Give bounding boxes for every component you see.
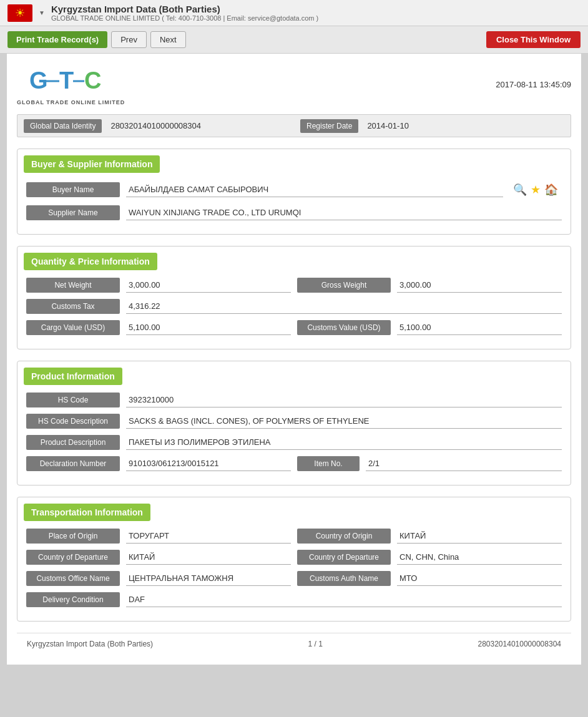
customs-value-value: 5,100.00	[397, 320, 562, 335]
place-of-origin-label: Place of Origin	[26, 529, 120, 544]
hs-code-desc-label: HS Code Description	[26, 414, 120, 429]
quantity-price-title: Quantity & Price Information	[24, 253, 157, 270]
product-section: Product Information HS Code 3923210000 H…	[17, 361, 571, 485]
global-data-identity-value: 28032014010000008304	[102, 119, 288, 133]
footer-right: 28032014010000008304	[478, 640, 561, 648]
product-body: HS Code 3923210000 HS Code Description S…	[17, 388, 571, 485]
prev-button[interactable]: Prev	[111, 31, 147, 48]
product-desc-label: Product Description	[26, 435, 120, 450]
customs-row: Customs Office Name ЦЕНТРАЛЬНАЯ ТАМОЖНЯ …	[26, 571, 562, 586]
timestamp: 2017-08-11 13:45:09	[496, 80, 571, 89]
net-weight-half: Net Weight 3,000.00	[26, 278, 291, 293]
declaration-half: Declaration Number 910103/061213/0015121	[26, 456, 291, 471]
register-date-value: 2014-01-10	[358, 119, 564, 133]
transportation-title: Transportation Information	[24, 504, 150, 521]
declaration-number-value: 910103/061213/0015121	[126, 456, 291, 471]
delivery-condition-label: Delivery Condition	[26, 592, 120, 607]
gross-weight-half: Gross Weight 3,000.00	[297, 278, 562, 293]
hs-code-row: HS Code 3923210000	[26, 393, 562, 407]
register-date-label: Register Date	[300, 119, 358, 133]
close-button[interactable]: Close This Window	[486, 31, 581, 48]
footer-left: Kyrgyzstan Import Data (Both Parties)	[27, 640, 153, 648]
buyer-name-row: Buyer Name АБАЙЫЛДАЕВ САМАТ САБЫРОВИЧ 🔍 …	[26, 180, 562, 199]
main-content: G T C GLOBAL TRADE ONLINE LIMITED 2017-0…	[7, 54, 581, 665]
customs-value-half: Customs Value (USD) 5,100.00	[297, 320, 562, 335]
product-desc-row: Product Description ПАКЕТЫ ИЗ ПОЛИМЕРОВ …	[26, 435, 562, 450]
customs-auth-value: МТО	[397, 571, 562, 586]
quantity-price-section: Quantity & Price Information Net Weight …	[17, 246, 571, 349]
net-weight-label: Net Weight	[26, 278, 120, 293]
transportation-body: Place of Origin ТОРУГАРТ Country of Orig…	[17, 524, 571, 621]
transportation-section: Transportation Information Place of Orig…	[17, 497, 571, 622]
buyer-name-value: АБАЙЫЛДАЕВ САМАТ САБЫРОВИЧ	[126, 182, 503, 197]
quantity-price-body: Net Weight 3,000.00 Gross Weight 3,000.0…	[17, 273, 571, 349]
cargo-value-value: 5,100.00	[126, 320, 291, 335]
svg-text:T: T	[59, 67, 74, 94]
country-departure-row: Country of Departure КИТАЙ Country of De…	[26, 550, 562, 565]
buyer-supplier-body: Buyer Name АБАЙЫЛДАЕВ САМАТ САБЫРОВИЧ 🔍 …	[17, 175, 571, 234]
customs-office-label: Customs Office Name	[26, 571, 120, 586]
global-data-identity-label: Global Data Identity	[24, 119, 102, 133]
gross-weight-value: 3,000.00	[397, 278, 562, 293]
place-origin-half: Place of Origin ТОРУГАРТ	[26, 529, 291, 544]
supplier-name-row: Supplier Name WAIYUN XINJIANG TRADE CO.,…	[26, 205, 562, 220]
product-desc-value: ПАКЕТЫ ИЗ ПОЛИМЕРОВ ЭТИЛЕНА	[126, 435, 562, 450]
flag-icon: ☀	[7, 4, 32, 22]
country-departure-half1: Country of Departure КИТАЙ	[26, 550, 291, 565]
hs-code-desc-row: HS Code Description SACKS & BAGS (INCL. …	[26, 414, 562, 429]
product-title: Product Information	[24, 368, 122, 385]
customs-auth-label: Customs Auth Name	[297, 571, 391, 586]
country-of-departure2-value: CN, CHN, China	[397, 550, 562, 565]
subtitle: GLOBAL TRADE ONLINE LIMITED ( Tel: 400-7…	[51, 14, 581, 22]
declaration-number-label: Declaration Number	[26, 456, 120, 471]
logo-area: G T C GLOBAL TRADE ONLINE LIMITED	[17, 64, 125, 105]
footer-center: 1 / 1	[308, 640, 323, 648]
supplier-name-value: WAIYUN XINJIANG TRADE CO., LTD URUMQI	[126, 205, 562, 220]
logo-svg: G T C	[17, 64, 117, 98]
home-icon[interactable]: 🏠	[544, 183, 558, 197]
cargo-value-label: Cargo Value (USD)	[26, 320, 120, 335]
star-icon[interactable]: ★	[531, 183, 541, 197]
gross-weight-label: Gross Weight	[297, 278, 391, 293]
delivery-condition-row: Delivery Condition DAF	[26, 592, 562, 607]
country-of-origin-value: КИТАЙ	[397, 529, 562, 544]
item-no-value: 2/1	[366, 456, 562, 471]
declaration-item-row: Declaration Number 910103/061213/0015121…	[26, 456, 562, 471]
country-of-departure-value: КИТАЙ	[126, 550, 291, 565]
country-origin-half: Country of Origin КИТАЙ	[297, 529, 562, 544]
hs-code-label: HS Code	[26, 393, 120, 407]
toolbar: Print Trade Record(s) Prev Next Close Th…	[0, 26, 588, 54]
place-of-origin-value: ТОРУГАРТ	[126, 529, 291, 544]
item-no-half: Item No. 2/1	[297, 456, 562, 471]
flag-dropdown[interactable]: ▼	[39, 9, 45, 16]
customs-office-half: Customs Office Name ЦЕНТРАЛЬНАЯ ТАМОЖНЯ	[26, 571, 291, 586]
country-of-departure-label: Country of Departure	[26, 550, 120, 565]
country-of-departure2-label: Country of Departure	[297, 550, 391, 565]
country-departure-half2: Country of Departure CN, CHN, China	[297, 550, 562, 565]
place-country-origin-row: Place of Origin ТОРУГАРТ Country of Orig…	[26, 529, 562, 544]
customs-value-label: Customs Value (USD)	[297, 320, 391, 335]
main-title: Kyrgyzstan Import Data (Both Parties)	[51, 4, 581, 14]
customs-auth-half: Customs Auth Name МТО	[297, 571, 562, 586]
footer-bar: Kyrgyzstan Import Data (Both Parties) 1 …	[17, 633, 571, 655]
buyer-actions: 🔍 ★ 🏠	[509, 180, 562, 199]
register-date-cell: Register Date 2014-01-10	[294, 115, 571, 137]
hs-code-desc-value: SACKS & BAGS (INCL. CONES), OF POLYMERS …	[126, 414, 562, 429]
buyer-name-label: Buyer Name	[26, 182, 120, 197]
net-weight-value: 3,000.00	[126, 278, 291, 293]
hs-code-value: 3923210000	[126, 393, 562, 407]
search-icon[interactable]: 🔍	[513, 183, 527, 197]
app-title-area: Kyrgyzstan Import Data (Both Parties) GL…	[51, 4, 581, 22]
customs-tax-row: Customs Tax 4,316.22	[26, 299, 562, 314]
customs-tax-value: 4,316.22	[126, 299, 562, 314]
item-no-label: Item No.	[297, 456, 360, 471]
buyer-supplier-section: Buyer & Supplier Information Buyer Name …	[17, 149, 571, 235]
header-logo-row: G T C GLOBAL TRADE ONLINE LIMITED 2017-0…	[17, 64, 571, 105]
weight-row: Net Weight 3,000.00 Gross Weight 3,000.0…	[26, 278, 562, 293]
logo-text: GLOBAL TRADE ONLINE LIMITED	[17, 99, 125, 105]
next-button[interactable]: Next	[150, 31, 186, 48]
print-button[interactable]: Print Trade Record(s)	[7, 31, 107, 48]
identity-bar: Global Data Identity 2803201401000000830…	[17, 114, 571, 137]
cargo-value-half: Cargo Value (USD) 5,100.00	[26, 320, 291, 335]
customs-tax-label: Customs Tax	[26, 299, 120, 314]
